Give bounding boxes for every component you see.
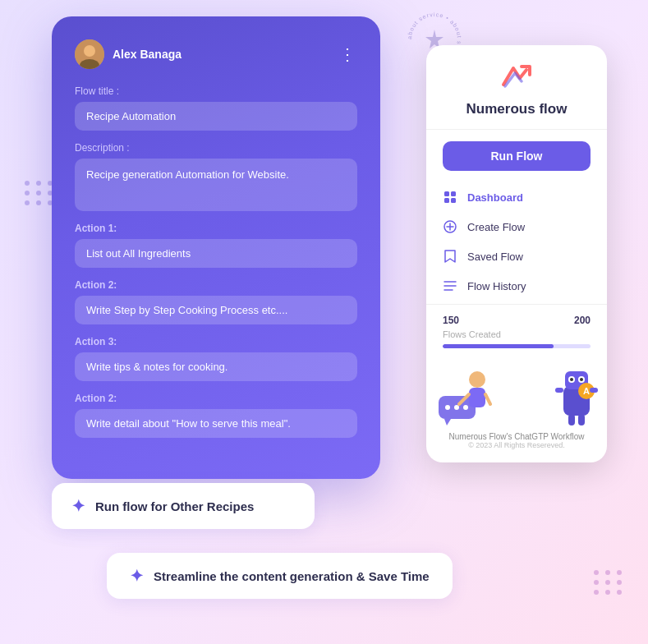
action1-label: Action 1: xyxy=(75,223,357,234)
flow-history-icon xyxy=(443,278,457,293)
action4-input[interactable]: Write detail about "How to serve this me… xyxy=(75,409,357,438)
nav-item-saved[interactable]: Saved Flow xyxy=(426,242,607,271)
svg-rect-5 xyxy=(444,191,449,196)
app-panel: Numerous flow Run Flow Dashboard Create … xyxy=(426,45,607,462)
bottom-card-1[interactable]: ✦ Run flow for Other Recipes xyxy=(52,483,315,529)
progress-section: 150 200 Flows Created xyxy=(426,304,607,355)
nav-item-history[interactable]: Flow History xyxy=(426,271,607,301)
logo-area: Numerous flow xyxy=(426,45,607,130)
action4-label: Action 2: xyxy=(75,393,357,404)
svg-point-13 xyxy=(445,405,450,410)
flow-editor-card: Alex Banaga ⋮ Flow title : Recipe Automa… xyxy=(52,16,380,479)
svg-rect-31 xyxy=(555,388,563,393)
flow-title-label: Flow title : xyxy=(75,85,357,97)
bottom-card-2[interactable]: ✦ Streamline the content generation & Sa… xyxy=(107,553,453,599)
sparkle-icon-1: ✦ xyxy=(71,496,85,516)
action3-input[interactable]: Write tips & notes for cooking. xyxy=(75,352,357,381)
svg-point-14 xyxy=(454,405,459,410)
nav-label-history: Flow History xyxy=(467,280,526,292)
footer-text: Numerous Flow's ChatGTP Workflow xyxy=(426,429,607,441)
svg-text:A: A xyxy=(583,386,590,396)
flow-title-input[interactable]: Recipe Automation xyxy=(75,102,357,131)
svg-rect-29 xyxy=(568,414,575,426)
create-flow-icon xyxy=(443,219,457,234)
nav-item-create[interactable]: Create Flow xyxy=(426,212,607,242)
action3-label: Action 3: xyxy=(75,336,357,347)
action2-label: Action 2: xyxy=(75,279,357,291)
robot-illustration: A xyxy=(554,363,599,429)
footer-copyright: © 2023 All Rights Resereved. xyxy=(426,441,607,449)
svg-point-26 xyxy=(580,378,583,381)
nav-label-dashboard: Dashboard xyxy=(467,191,523,204)
user-info: Alex Banaga xyxy=(75,39,182,69)
decorative-dots-right xyxy=(594,570,623,595)
bottom-card-1-text: Run flow for Other Recipes xyxy=(95,498,254,515)
svg-rect-8 xyxy=(451,198,456,203)
progress-numbers: 150 200 xyxy=(443,315,591,326)
bottom-card-2-text: Streamline the content generation & Save… xyxy=(154,568,430,585)
description-label: Description : xyxy=(75,142,357,154)
svg-line-20 xyxy=(485,394,490,404)
nav-item-dashboard[interactable]: Dashboard xyxy=(426,182,607,212)
dashboard-icon xyxy=(443,190,457,205)
decorative-dots-left xyxy=(25,181,54,205)
progress-fill xyxy=(443,344,554,348)
avatar xyxy=(75,39,104,69)
user-name: Alex Banaga xyxy=(113,48,182,61)
svg-point-15 xyxy=(463,405,468,410)
progress-max: 200 xyxy=(574,315,591,326)
svg-rect-30 xyxy=(578,414,585,426)
action1-input[interactable]: List out All Ingredients xyxy=(75,239,357,268)
person-illustration xyxy=(434,363,492,429)
progress-bar xyxy=(443,344,591,348)
svg-point-25 xyxy=(570,378,573,381)
saved-flow-icon xyxy=(443,249,457,264)
more-options-icon[interactable]: ⋮ xyxy=(339,46,357,62)
svg-rect-6 xyxy=(451,191,456,196)
run-flow-button[interactable]: Run Flow xyxy=(443,141,591,171)
svg-point-3 xyxy=(84,45,95,57)
svg-rect-18 xyxy=(469,388,485,407)
progress-label: Flows Created xyxy=(443,329,591,339)
svg-marker-16 xyxy=(444,419,451,426)
description-input[interactable]: Recipe generation Automation for Website… xyxy=(75,159,357,211)
svg-rect-32 xyxy=(590,388,598,393)
illustration-area: A xyxy=(426,355,607,429)
progress-current: 150 xyxy=(443,315,459,326)
app-name: Numerous flow xyxy=(443,101,591,117)
nav-label-saved: Saved Flow xyxy=(467,251,523,263)
svg-point-17 xyxy=(469,371,485,388)
sparkle-icon-2: ✦ xyxy=(130,566,144,586)
nav-label-create: Create Flow xyxy=(467,221,525,233)
logo-icon xyxy=(499,62,535,91)
card-header: Alex Banaga ⋮ xyxy=(75,39,357,69)
action2-input[interactable]: Write Step by Step Cooking Process etc..… xyxy=(75,296,357,324)
svg-rect-7 xyxy=(444,198,449,203)
